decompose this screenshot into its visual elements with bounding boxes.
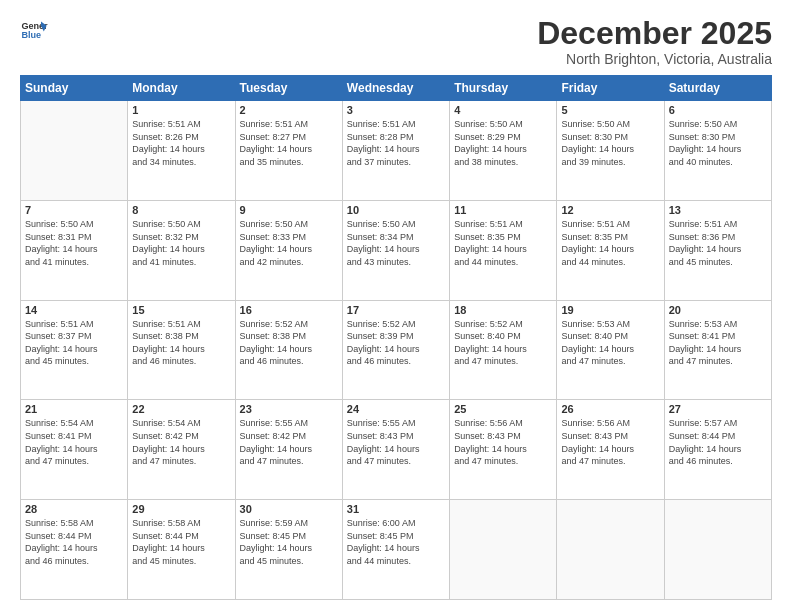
calendar-cell: 20Sunrise: 5:53 AM Sunset: 8:41 PM Dayli… xyxy=(664,300,771,400)
day-number: 22 xyxy=(132,403,230,415)
day-number: 24 xyxy=(347,403,445,415)
calendar-cell: 21Sunrise: 5:54 AM Sunset: 8:41 PM Dayli… xyxy=(21,400,128,500)
day-info: Sunrise: 5:56 AM Sunset: 8:43 PM Dayligh… xyxy=(454,417,552,467)
day-number: 26 xyxy=(561,403,659,415)
day-number: 28 xyxy=(25,503,123,515)
calendar-cell: 12Sunrise: 5:51 AM Sunset: 8:35 PM Dayli… xyxy=(557,200,664,300)
weekday-header-row: SundayMondayTuesdayWednesdayThursdayFrid… xyxy=(21,76,772,101)
week-row-3: 14Sunrise: 5:51 AM Sunset: 8:37 PM Dayli… xyxy=(21,300,772,400)
weekday-header-saturday: Saturday xyxy=(664,76,771,101)
day-number: 21 xyxy=(25,403,123,415)
day-number: 8 xyxy=(132,204,230,216)
page: General Blue December 2025 North Brighto… xyxy=(0,0,792,612)
title-block: December 2025 North Brighton, Victoria, … xyxy=(537,16,772,67)
day-number: 14 xyxy=(25,304,123,316)
calendar-cell: 27Sunrise: 5:57 AM Sunset: 8:44 PM Dayli… xyxy=(664,400,771,500)
day-info: Sunrise: 5:55 AM Sunset: 8:42 PM Dayligh… xyxy=(240,417,338,467)
calendar-cell: 8Sunrise: 5:50 AM Sunset: 8:32 PM Daylig… xyxy=(128,200,235,300)
day-number: 25 xyxy=(454,403,552,415)
day-number: 19 xyxy=(561,304,659,316)
weekday-header-thursday: Thursday xyxy=(450,76,557,101)
calendar-cell xyxy=(664,500,771,600)
calendar-cell: 31Sunrise: 6:00 AM Sunset: 8:45 PM Dayli… xyxy=(342,500,449,600)
day-number: 16 xyxy=(240,304,338,316)
calendar-cell: 11Sunrise: 5:51 AM Sunset: 8:35 PM Dayli… xyxy=(450,200,557,300)
calendar-cell: 15Sunrise: 5:51 AM Sunset: 8:38 PM Dayli… xyxy=(128,300,235,400)
calendar-cell: 22Sunrise: 5:54 AM Sunset: 8:42 PM Dayli… xyxy=(128,400,235,500)
location-subtitle: North Brighton, Victoria, Australia xyxy=(537,51,772,67)
day-number: 31 xyxy=(347,503,445,515)
weekday-header-wednesday: Wednesday xyxy=(342,76,449,101)
day-number: 3 xyxy=(347,104,445,116)
day-info: Sunrise: 5:58 AM Sunset: 8:44 PM Dayligh… xyxy=(25,517,123,567)
day-info: Sunrise: 5:57 AM Sunset: 8:44 PM Dayligh… xyxy=(669,417,767,467)
day-info: Sunrise: 5:51 AM Sunset: 8:36 PM Dayligh… xyxy=(669,218,767,268)
calendar-cell: 18Sunrise: 5:52 AM Sunset: 8:40 PM Dayli… xyxy=(450,300,557,400)
day-info: Sunrise: 5:52 AM Sunset: 8:39 PM Dayligh… xyxy=(347,318,445,368)
calendar-cell xyxy=(450,500,557,600)
day-info: Sunrise: 5:50 AM Sunset: 8:31 PM Dayligh… xyxy=(25,218,123,268)
weekday-header-friday: Friday xyxy=(557,76,664,101)
day-number: 17 xyxy=(347,304,445,316)
day-number: 30 xyxy=(240,503,338,515)
day-number: 6 xyxy=(669,104,767,116)
calendar-cell: 25Sunrise: 5:56 AM Sunset: 8:43 PM Dayli… xyxy=(450,400,557,500)
calendar-cell: 3Sunrise: 5:51 AM Sunset: 8:28 PM Daylig… xyxy=(342,101,449,201)
day-number: 9 xyxy=(240,204,338,216)
day-number: 20 xyxy=(669,304,767,316)
header: General Blue December 2025 North Brighto… xyxy=(20,16,772,67)
calendar-cell xyxy=(557,500,664,600)
day-info: Sunrise: 5:55 AM Sunset: 8:43 PM Dayligh… xyxy=(347,417,445,467)
day-info: Sunrise: 5:58 AM Sunset: 8:44 PM Dayligh… xyxy=(132,517,230,567)
day-info: Sunrise: 5:54 AM Sunset: 8:41 PM Dayligh… xyxy=(25,417,123,467)
calendar-cell: 1Sunrise: 5:51 AM Sunset: 8:26 PM Daylig… xyxy=(128,101,235,201)
week-row-1: 1Sunrise: 5:51 AM Sunset: 8:26 PM Daylig… xyxy=(21,101,772,201)
day-info: Sunrise: 5:56 AM Sunset: 8:43 PM Dayligh… xyxy=(561,417,659,467)
day-info: Sunrise: 5:50 AM Sunset: 8:30 PM Dayligh… xyxy=(669,118,767,168)
calendar-cell: 28Sunrise: 5:58 AM Sunset: 8:44 PM Dayli… xyxy=(21,500,128,600)
week-row-5: 28Sunrise: 5:58 AM Sunset: 8:44 PM Dayli… xyxy=(21,500,772,600)
calendar-cell: 10Sunrise: 5:50 AM Sunset: 8:34 PM Dayli… xyxy=(342,200,449,300)
day-info: Sunrise: 5:50 AM Sunset: 8:29 PM Dayligh… xyxy=(454,118,552,168)
day-number: 2 xyxy=(240,104,338,116)
calendar-cell: 6Sunrise: 5:50 AM Sunset: 8:30 PM Daylig… xyxy=(664,101,771,201)
calendar-cell: 23Sunrise: 5:55 AM Sunset: 8:42 PM Dayli… xyxy=(235,400,342,500)
calendar-cell xyxy=(21,101,128,201)
calendar-cell: 9Sunrise: 5:50 AM Sunset: 8:33 PM Daylig… xyxy=(235,200,342,300)
calendar-cell: 13Sunrise: 5:51 AM Sunset: 8:36 PM Dayli… xyxy=(664,200,771,300)
day-info: Sunrise: 5:53 AM Sunset: 8:41 PM Dayligh… xyxy=(669,318,767,368)
month-title: December 2025 xyxy=(537,16,772,51)
day-info: Sunrise: 5:51 AM Sunset: 8:35 PM Dayligh… xyxy=(561,218,659,268)
week-row-2: 7Sunrise: 5:50 AM Sunset: 8:31 PM Daylig… xyxy=(21,200,772,300)
day-number: 10 xyxy=(347,204,445,216)
day-info: Sunrise: 5:53 AM Sunset: 8:40 PM Dayligh… xyxy=(561,318,659,368)
day-info: Sunrise: 5:50 AM Sunset: 8:34 PM Dayligh… xyxy=(347,218,445,268)
day-info: Sunrise: 5:52 AM Sunset: 8:40 PM Dayligh… xyxy=(454,318,552,368)
day-info: Sunrise: 5:51 AM Sunset: 8:38 PM Dayligh… xyxy=(132,318,230,368)
day-info: Sunrise: 5:59 AM Sunset: 8:45 PM Dayligh… xyxy=(240,517,338,567)
logo: General Blue xyxy=(20,16,48,44)
day-info: Sunrise: 5:50 AM Sunset: 8:32 PM Dayligh… xyxy=(132,218,230,268)
day-number: 7 xyxy=(25,204,123,216)
day-number: 18 xyxy=(454,304,552,316)
weekday-header-tuesday: Tuesday xyxy=(235,76,342,101)
day-number: 27 xyxy=(669,403,767,415)
day-number: 1 xyxy=(132,104,230,116)
day-number: 11 xyxy=(454,204,552,216)
calendar-cell: 2Sunrise: 5:51 AM Sunset: 8:27 PM Daylig… xyxy=(235,101,342,201)
day-number: 13 xyxy=(669,204,767,216)
day-info: Sunrise: 5:51 AM Sunset: 8:27 PM Dayligh… xyxy=(240,118,338,168)
day-info: Sunrise: 5:54 AM Sunset: 8:42 PM Dayligh… xyxy=(132,417,230,467)
calendar-cell: 7Sunrise: 5:50 AM Sunset: 8:31 PM Daylig… xyxy=(21,200,128,300)
day-info: Sunrise: 5:52 AM Sunset: 8:38 PM Dayligh… xyxy=(240,318,338,368)
calendar-cell: 16Sunrise: 5:52 AM Sunset: 8:38 PM Dayli… xyxy=(235,300,342,400)
day-number: 12 xyxy=(561,204,659,216)
calendar-cell: 19Sunrise: 5:53 AM Sunset: 8:40 PM Dayli… xyxy=(557,300,664,400)
calendar-table: SundayMondayTuesdayWednesdayThursdayFrid… xyxy=(20,75,772,600)
week-row-4: 21Sunrise: 5:54 AM Sunset: 8:41 PM Dayli… xyxy=(21,400,772,500)
day-number: 23 xyxy=(240,403,338,415)
calendar-cell: 29Sunrise: 5:58 AM Sunset: 8:44 PM Dayli… xyxy=(128,500,235,600)
day-info: Sunrise: 5:51 AM Sunset: 8:28 PM Dayligh… xyxy=(347,118,445,168)
day-number: 5 xyxy=(561,104,659,116)
day-info: Sunrise: 5:51 AM Sunset: 8:37 PM Dayligh… xyxy=(25,318,123,368)
